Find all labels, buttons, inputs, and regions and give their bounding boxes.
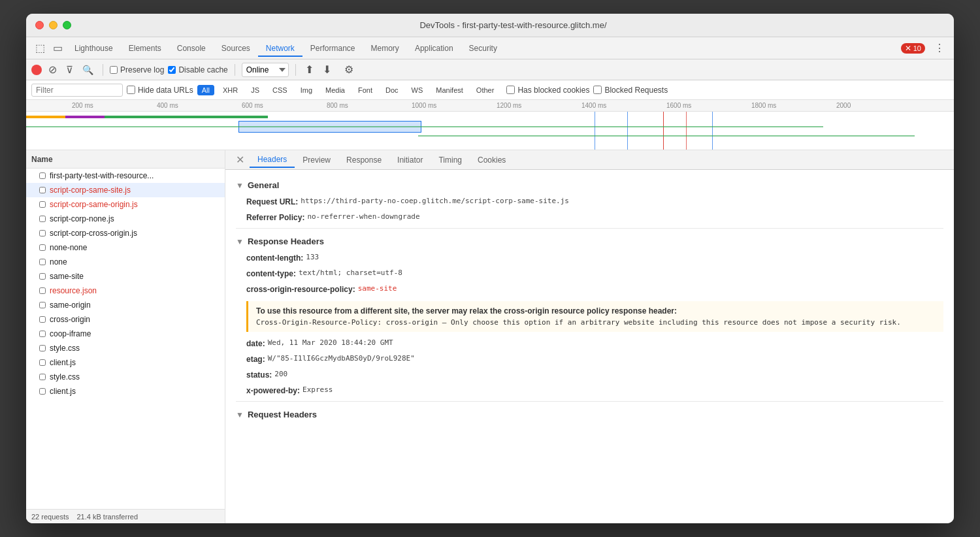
progress-lines <box>26 116 954 118</box>
general-section-header[interactable]: ▼ General <box>236 175 943 194</box>
detail-tab-response[interactable]: Response <box>338 153 389 167</box>
file-item[interactable]: script-corp-same-origin.js <box>26 197 225 212</box>
file-checkbox[interactable] <box>39 302 46 308</box>
detail-tab-initiator[interactable]: Initiator <box>389 153 431 167</box>
file-checkbox[interactable] <box>39 216 46 222</box>
has-blocked-cookies-checkbox[interactable] <box>506 86 515 94</box>
blocked-requests-checkbox[interactable] <box>593 86 602 94</box>
ruler-1600ms: 1600 ms <box>666 102 691 109</box>
tab-memory[interactable]: Memory <box>363 40 407 57</box>
tab-application[interactable]: Application <box>407 40 461 57</box>
detail-tab-preview[interactable]: Preview <box>295 153 338 167</box>
referrer-policy-row: Referrer Policy: no-referrer-when-downgr… <box>236 210 943 225</box>
blocked-requests-label[interactable]: Blocked Requests <box>593 86 668 95</box>
close-button[interactable] <box>35 21 44 29</box>
filter-icon[interactable]: ⊽ <box>63 63 76 77</box>
filter-media[interactable]: Media <box>321 85 350 95</box>
request-headers-section-header[interactable]: ▼ Request Headers <box>236 404 943 423</box>
file-checkbox[interactable] <box>39 259 46 265</box>
file-checkbox[interactable] <box>39 359 46 366</box>
search-icon[interactable]: 🔍 <box>80 63 96 76</box>
filter-all[interactable]: All <box>197 85 214 95</box>
has-blocked-cookies-label[interactable]: Has blocked cookies <box>506 86 589 95</box>
record-button[interactable] <box>31 65 42 75</box>
file-item[interactable]: first-party-test-with-resource... <box>26 169 225 183</box>
file-checkbox[interactable] <box>39 316 46 323</box>
file-checkbox[interactable] <box>39 374 46 380</box>
etag-key: etag: <box>246 353 265 365</box>
detail-tab-headers[interactable]: Headers <box>250 152 295 168</box>
device-toolbar-icon[interactable]: ▭ <box>49 39 67 57</box>
filter-css[interactable]: CSS <box>268 85 292 95</box>
network-throttle-select[interactable]: Online Slow 3G Fast 3G Offline <box>242 63 289 77</box>
file-item[interactable]: client.js <box>26 384 225 399</box>
file-item[interactable]: style.css <box>26 341 225 355</box>
detail-tab-timing[interactable]: Timing <box>431 153 470 167</box>
file-checkbox[interactable] <box>39 345 46 351</box>
filter-doc[interactable]: Doc <box>381 85 403 95</box>
file-checkbox[interactable] <box>39 187 46 193</box>
file-item[interactable]: script-corp-cross-origin.js <box>26 226 225 240</box>
disable-cache-label[interactable]: Disable cache <box>168 65 227 74</box>
file-name: coop-iframe <box>50 329 91 338</box>
tab-performance[interactable]: Performance <box>302 40 363 57</box>
tab-lighthouse[interactable]: Lighthouse <box>67 40 121 57</box>
minimize-button[interactable] <box>49 21 57 29</box>
file-item[interactable]: client.js <box>26 355 225 370</box>
file-checkbox[interactable] <box>39 230 46 236</box>
clear-icon[interactable]: ⊘ <box>46 62 59 77</box>
file-item[interactable]: same-site <box>26 269 225 284</box>
file-item[interactable]: script-corp-none.js <box>26 212 225 226</box>
file-item[interactable]: style.css <box>26 370 225 384</box>
file-checkbox[interactable] <box>39 172 46 179</box>
response-headers-section-header[interactable]: ▼ Response Headers <box>236 231 943 250</box>
hide-data-urls-checkbox[interactable] <box>127 86 135 94</box>
file-item[interactable]: script-corp-same-site.js <box>26 183 225 197</box>
download-icon[interactable]: ⬇ <box>320 62 334 77</box>
tab-console[interactable]: Console <box>169 40 214 57</box>
filter-js[interactable]: JS <box>246 85 264 95</box>
file-item[interactable]: resource.json <box>26 284 225 298</box>
filter-input[interactable] <box>31 84 123 97</box>
disable-cache-checkbox[interactable] <box>168 66 176 74</box>
file-item[interactable]: none <box>26 255 225 269</box>
settings-icon[interactable]: ⚙ <box>342 62 356 77</box>
more-options-icon[interactable]: ⋮ <box>930 39 949 57</box>
select-tool-icon[interactable]: ⬚ <box>31 39 49 57</box>
filter-ws[interactable]: WS <box>407 85 428 95</box>
file-item[interactable]: same-origin <box>26 298 225 312</box>
devtools-window: DevTools - first-party-test-with-resourc… <box>26 14 954 523</box>
file-checkbox[interactable] <box>39 201 46 208</box>
file-checkbox[interactable] <box>39 331 46 337</box>
tab-elements[interactable]: Elements <box>121 40 169 57</box>
corp-value: same-site <box>358 284 397 295</box>
tab-sources[interactable]: Sources <box>214 40 258 57</box>
file-checkbox[interactable] <box>39 287 46 294</box>
filter-xhr[interactable]: XHR <box>218 85 242 95</box>
preserve-log-checkbox[interactable] <box>110 66 118 74</box>
file-item[interactable]: none-none <box>26 240 225 255</box>
date-value: Wed, 11 Mar 2020 18:44:20 GMT <box>268 338 393 350</box>
request-url-value[interactable]: https://third-party-no-coep.glitch.me/sc… <box>301 196 569 208</box>
filter-other[interactable]: Other <box>472 85 499 95</box>
hide-data-urls-label[interactable]: Hide data URLs <box>127 86 193 95</box>
file-item[interactable]: coop-iframe <box>26 327 225 341</box>
progress-purple <box>65 116 105 118</box>
upload-icon[interactable]: ⬆ <box>302 62 316 77</box>
timing-line-3 <box>712 112 713 150</box>
filter-manifest[interactable]: Manifest <box>431 85 468 95</box>
preserve-log-label[interactable]: Preserve log <box>110 65 164 74</box>
tab-network[interactable]: Network <box>258 40 302 57</box>
maximize-button[interactable] <box>63 21 71 29</box>
file-item[interactable]: cross-origin <box>26 312 225 327</box>
filter-font[interactable]: Font <box>353 85 377 95</box>
error-badge[interactable]: ✕ 10 <box>901 43 925 54</box>
file-checkbox[interactable] <box>39 273 46 280</box>
tab-security[interactable]: Security <box>461 40 505 57</box>
file-checkbox[interactable] <box>39 388 46 395</box>
filter-bar: Hide data URLs All XHR JS CSS Img Media … <box>26 80 954 100</box>
filter-img[interactable]: Img <box>296 85 317 95</box>
file-checkbox[interactable] <box>39 244 46 251</box>
detail-close-button[interactable]: ✕ <box>231 154 250 166</box>
detail-tab-cookies[interactable]: Cookies <box>470 153 514 167</box>
